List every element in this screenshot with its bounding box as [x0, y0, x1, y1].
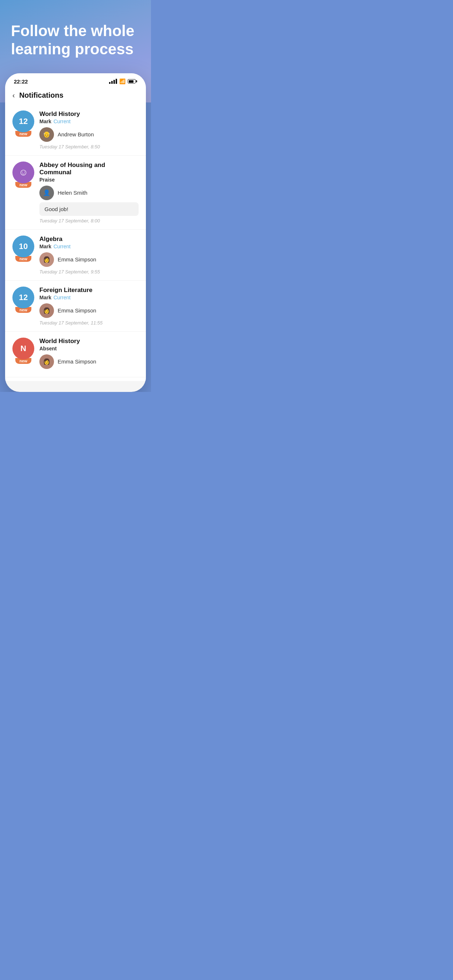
- teacher-row-3: 👩 Emma Simpson: [39, 252, 139, 267]
- mark-label-5: Absent: [39, 345, 57, 352]
- notification-content-1: World History Mark Current 👴 Andrew Burt…: [39, 110, 139, 150]
- mark-row-4: Mark Current: [39, 294, 139, 301]
- mark-value-3: Current: [54, 243, 71, 250]
- notification-subject-4: Foreign Literature: [39, 286, 139, 294]
- back-button[interactable]: ‹: [13, 91, 15, 100]
- mark-label-2: Praise: [39, 177, 55, 183]
- phone-card: 22:22 📶 ‹ Notifications 12 new: [5, 73, 146, 392]
- teacher-avatar-5: 👩: [39, 355, 54, 369]
- mark-label-4: Mark: [39, 294, 51, 301]
- header-bar: ‹ Notifications: [5, 88, 146, 105]
- badge-wrap-4: 12 new: [13, 286, 34, 313]
- notification-item-4[interactable]: 12 new Foreign Literature Mark Current 👩…: [5, 281, 146, 332]
- badge-wrap-1: 12 new: [13, 110, 34, 137]
- mark-label-1: Mark: [39, 118, 51, 124]
- badge-wrap-2: ☺ new: [13, 162, 34, 188]
- teacher-name-3: Emma Simpson: [57, 256, 96, 262]
- mark-label-3: Mark: [39, 243, 51, 250]
- status-time: 22:22: [14, 78, 28, 84]
- notification-content-5: World History Absent 👩 Emma Simpson: [39, 337, 139, 371]
- notification-badge-3: 10: [13, 235, 34, 258]
- notification-subject-3: Algebra: [39, 235, 139, 243]
- teacher-name-5: Emma Simpson: [57, 358, 96, 364]
- teacher-row-2: 👤 Helen Smith: [39, 186, 139, 200]
- wifi-icon: 📶: [119, 78, 126, 84]
- mark-value-4: Current: [54, 294, 71, 301]
- notification-subject-1: World History: [39, 110, 139, 118]
- page-title: Notifications: [19, 91, 64, 100]
- teacher-avatar-4: 👩: [39, 303, 54, 318]
- notification-time-3: Tuesday 17 September, 9:55: [39, 269, 139, 275]
- mark-row-3: Mark Current: [39, 243, 139, 250]
- battery-icon: [128, 79, 137, 83]
- teacher-name-1: Andrew Burton: [57, 131, 94, 137]
- notification-content-4: Foreign Literature Mark Current 👩 Emma S…: [39, 286, 139, 326]
- teacher-avatar-1: 👴: [39, 127, 54, 142]
- notification-content-3: Algebra Mark Current 👩 Emma Simpson Tues…: [39, 235, 139, 275]
- teacher-name-4: Emma Simpson: [57, 307, 96, 313]
- teacher-row-1: 👴 Andrew Burton: [39, 127, 139, 142]
- notification-item-1[interactable]: 12 new World History Mark Current 👴 Andr…: [5, 105, 146, 156]
- teacher-row-5: 👩 Emma Simpson: [39, 355, 139, 369]
- notification-content-2: Abbey of Housing and Communal Praise 👤 H…: [39, 162, 139, 223]
- signal-icon: [109, 79, 117, 84]
- notification-item-2[interactable]: ☺ new Abbey of Housing and Communal Prai…: [5, 156, 146, 230]
- notification-item-3[interactable]: 10 new Algebra Mark Current 👩 Emma Simps…: [5, 230, 146, 281]
- teacher-avatar-2: 👤: [39, 186, 54, 200]
- teacher-row-4: 👩 Emma Simpson: [39, 303, 139, 318]
- notification-item-5[interactable]: N new World History Absent 👩 Emma Simpso…: [5, 332, 146, 377]
- notification-time-4: Tuesday 17 September, 11:55: [39, 320, 139, 326]
- notification-time-2: Tuesday 17 September, 8:00: [39, 218, 139, 223]
- mark-value-1: Current: [54, 118, 71, 124]
- notification-badge-4: 12: [13, 286, 34, 309]
- mark-row-5: Absent: [39, 345, 139, 352]
- badge-wrap-3: 10 new: [13, 235, 34, 262]
- status-icons: 📶: [109, 78, 137, 84]
- notification-time-1: Tuesday 17 September, 8:50: [39, 144, 139, 150]
- mark-row-2: Praise: [39, 177, 139, 183]
- notification-badge-2: ☺: [13, 162, 34, 183]
- hero-title: Follow the whole learning process: [11, 22, 140, 59]
- notifications-list: 12 new World History Mark Current 👴 Andr…: [5, 105, 146, 381]
- status-bar: 22:22 📶: [5, 73, 146, 88]
- notification-subject-2: Abbey of Housing and Communal: [39, 162, 139, 176]
- notification-subject-5: World History: [39, 337, 139, 345]
- teacher-avatar-3: 👩: [39, 252, 54, 267]
- mark-row-1: Mark Current: [39, 118, 139, 124]
- teacher-name-2: Helen Smith: [57, 189, 88, 196]
- notification-badge-1: 12: [13, 110, 34, 132]
- message-bubble-2: Good job!: [39, 202, 139, 216]
- badge-wrap-5: N new: [13, 337, 34, 364]
- notification-badge-5: N: [13, 337, 34, 360]
